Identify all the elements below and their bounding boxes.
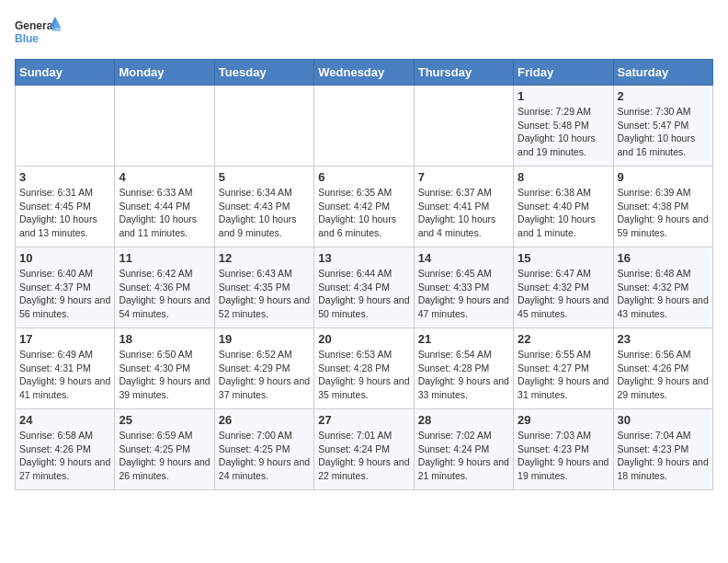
day-info: Sunrise: 6:43 AM Sunset: 4:35 PM Dayligh…: [219, 267, 310, 321]
day-number: 4: [119, 170, 210, 184]
svg-text:Blue: Blue: [15, 32, 39, 45]
day-info: Sunrise: 6:38 AM Sunset: 4:40 PM Dayligh…: [518, 186, 609, 240]
day-info: Sunrise: 6:53 AM Sunset: 4:28 PM Dayligh…: [318, 348, 409, 402]
day-info: Sunrise: 7:29 AM Sunset: 5:48 PM Dayligh…: [518, 105, 609, 159]
day-number: 12: [219, 251, 310, 265]
calendar-week-row: 10Sunrise: 6:40 AM Sunset: 4:37 PM Dayli…: [16, 247, 713, 328]
calendar-cell: 11Sunrise: 6:42 AM Sunset: 4:36 PM Dayli…: [115, 247, 214, 328]
day-number: 24: [19, 413, 110, 427]
calendar-cell: 3Sunrise: 6:31 AM Sunset: 4:45 PM Daylig…: [16, 167, 115, 247]
calendar-week-row: 17Sunrise: 6:49 AM Sunset: 4:31 PM Dayli…: [16, 328, 713, 409]
day-number: 16: [618, 251, 709, 265]
calendar-cell: 14Sunrise: 6:45 AM Sunset: 4:33 PM Dayli…: [414, 247, 513, 328]
day-number: 13: [318, 251, 409, 265]
day-info: Sunrise: 6:59 AM Sunset: 4:25 PM Dayligh…: [119, 429, 210, 483]
calendar-cell: 22Sunrise: 6:55 AM Sunset: 4:27 PM Dayli…: [514, 328, 613, 409]
day-info: Sunrise: 6:49 AM Sunset: 4:31 PM Dayligh…: [19, 348, 110, 402]
weekday-header: Wednesday: [314, 60, 414, 86]
day-info: Sunrise: 6:34 AM Sunset: 4:43 PM Dayligh…: [219, 186, 310, 240]
calendar-header-row: SundayMondayTuesdayWednesdayThursdayFrid…: [16, 60, 713, 86]
day-info: Sunrise: 7:30 AM Sunset: 5:47 PM Dayligh…: [618, 105, 709, 159]
calendar-cell: 18Sunrise: 6:50 AM Sunset: 4:30 PM Dayli…: [115, 328, 214, 409]
calendar-cell: 19Sunrise: 6:52 AM Sunset: 4:29 PM Dayli…: [214, 328, 313, 409]
calendar-cell: [16, 86, 115, 167]
calendar-week-row: 3Sunrise: 6:31 AM Sunset: 4:45 PM Daylig…: [16, 167, 713, 247]
calendar-cell: 25Sunrise: 6:59 AM Sunset: 4:25 PM Dayli…: [115, 409, 214, 490]
day-number: 27: [318, 413, 409, 427]
day-info: Sunrise: 6:33 AM Sunset: 4:44 PM Dayligh…: [119, 186, 210, 240]
day-info: Sunrise: 7:02 AM Sunset: 4:24 PM Dayligh…: [418, 429, 509, 483]
calendar-cell: 27Sunrise: 7:01 AM Sunset: 4:24 PM Dayli…: [314, 409, 414, 490]
day-info: Sunrise: 6:31 AM Sunset: 4:45 PM Dayligh…: [19, 186, 110, 240]
day-number: 20: [318, 332, 409, 346]
day-info: Sunrise: 6:52 AM Sunset: 4:29 PM Dayligh…: [219, 348, 310, 402]
weekday-header: Sunday: [16, 60, 115, 86]
day-info: Sunrise: 6:37 AM Sunset: 4:41 PM Dayligh…: [418, 186, 509, 240]
day-number: 19: [219, 332, 310, 346]
day-number: 18: [119, 332, 210, 346]
day-number: 6: [318, 170, 409, 184]
calendar-cell: 8Sunrise: 6:38 AM Sunset: 4:40 PM Daylig…: [514, 167, 613, 247]
calendar-cell: 26Sunrise: 7:00 AM Sunset: 4:25 PM Dayli…: [214, 409, 313, 490]
day-info: Sunrise: 6:45 AM Sunset: 4:33 PM Dayligh…: [418, 267, 509, 321]
day-number: 8: [518, 170, 609, 184]
calendar-cell: 5Sunrise: 6:34 AM Sunset: 4:43 PM Daylig…: [214, 167, 313, 247]
weekday-header: Friday: [514, 60, 613, 86]
calendar-cell: 30Sunrise: 7:04 AM Sunset: 4:23 PM Dayli…: [613, 409, 712, 490]
calendar-cell: 20Sunrise: 6:53 AM Sunset: 4:28 PM Dayli…: [314, 328, 414, 409]
day-number: 11: [119, 251, 210, 265]
calendar-cell: [314, 86, 414, 167]
calendar-cell: 2Sunrise: 7:30 AM Sunset: 5:47 PM Daylig…: [613, 86, 712, 167]
day-number: 17: [19, 332, 110, 346]
day-info: Sunrise: 7:00 AM Sunset: 4:25 PM Dayligh…: [219, 429, 310, 483]
calendar-cell: 6Sunrise: 6:35 AM Sunset: 4:42 PM Daylig…: [314, 167, 414, 247]
day-info: Sunrise: 6:54 AM Sunset: 4:28 PM Dayligh…: [418, 348, 509, 402]
day-number: 26: [219, 413, 310, 427]
day-info: Sunrise: 6:42 AM Sunset: 4:36 PM Dayligh…: [119, 267, 210, 321]
calendar-table: SundayMondayTuesdayWednesdayThursdayFrid…: [15, 59, 713, 490]
day-number: 7: [418, 170, 509, 184]
day-number: 2: [618, 89, 709, 103]
calendar-cell: 7Sunrise: 6:37 AM Sunset: 4:41 PM Daylig…: [414, 167, 513, 247]
calendar-cell: 1Sunrise: 7:29 AM Sunset: 5:48 PM Daylig…: [514, 86, 613, 167]
calendar-cell: 12Sunrise: 6:43 AM Sunset: 4:35 PM Dayli…: [214, 247, 313, 328]
calendar-week-row: 1Sunrise: 7:29 AM Sunset: 5:48 PM Daylig…: [16, 86, 713, 167]
calendar-cell: 24Sunrise: 6:58 AM Sunset: 4:26 PM Dayli…: [16, 409, 115, 490]
day-number: 10: [19, 251, 110, 265]
page-header: General Blue: [15, 15, 713, 52]
day-number: 9: [618, 170, 709, 184]
day-info: Sunrise: 6:44 AM Sunset: 4:34 PM Dayligh…: [318, 267, 409, 321]
day-info: Sunrise: 6:40 AM Sunset: 4:37 PM Dayligh…: [19, 267, 110, 321]
calendar-cell: 9Sunrise: 6:39 AM Sunset: 4:38 PM Daylig…: [613, 167, 712, 247]
day-number: 14: [418, 251, 509, 265]
calendar-cell: 28Sunrise: 7:02 AM Sunset: 4:24 PM Dayli…: [414, 409, 513, 490]
calendar-week-row: 24Sunrise: 6:58 AM Sunset: 4:26 PM Dayli…: [16, 409, 713, 490]
calendar-cell: 16Sunrise: 6:48 AM Sunset: 4:32 PM Dayli…: [613, 247, 712, 328]
calendar-cell: 10Sunrise: 6:40 AM Sunset: 4:37 PM Dayli…: [16, 247, 115, 328]
day-info: Sunrise: 6:39 AM Sunset: 4:38 PM Dayligh…: [618, 186, 709, 240]
calendar-cell: [115, 86, 214, 167]
calendar-cell: 4Sunrise: 6:33 AM Sunset: 4:44 PM Daylig…: [115, 167, 214, 247]
day-number: 3: [19, 170, 110, 184]
day-info: Sunrise: 6:47 AM Sunset: 4:32 PM Dayligh…: [518, 267, 609, 321]
weekday-header: Thursday: [414, 60, 513, 86]
day-number: 25: [119, 413, 210, 427]
day-info: Sunrise: 7:03 AM Sunset: 4:23 PM Dayligh…: [518, 429, 609, 483]
day-number: 30: [618, 413, 709, 427]
svg-text:General: General: [15, 19, 56, 32]
weekday-header: Monday: [115, 60, 214, 86]
day-number: 1: [518, 89, 609, 103]
day-info: Sunrise: 6:50 AM Sunset: 4:30 PM Dayligh…: [119, 348, 210, 402]
day-number: 15: [518, 251, 609, 265]
day-info: Sunrise: 6:35 AM Sunset: 4:42 PM Dayligh…: [318, 186, 409, 240]
calendar-cell: [414, 86, 513, 167]
calendar-cell: 23Sunrise: 6:56 AM Sunset: 4:26 PM Dayli…: [613, 328, 712, 409]
calendar-cell: 13Sunrise: 6:44 AM Sunset: 4:34 PM Dayli…: [314, 247, 414, 328]
day-number: 23: [618, 332, 709, 346]
day-number: 22: [518, 332, 609, 346]
calendar-cell: 17Sunrise: 6:49 AM Sunset: 4:31 PM Dayli…: [16, 328, 115, 409]
logo: General Blue: [15, 15, 61, 52]
day-info: Sunrise: 7:04 AM Sunset: 4:23 PM Dayligh…: [618, 429, 709, 483]
day-info: Sunrise: 7:01 AM Sunset: 4:24 PM Dayligh…: [318, 429, 409, 483]
day-number: 5: [219, 170, 310, 184]
